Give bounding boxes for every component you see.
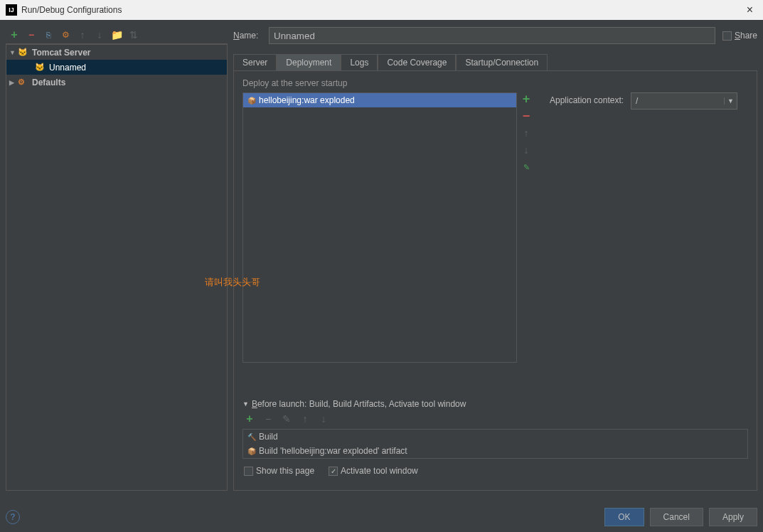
tomcat-icon: 🐱 — [35, 63, 46, 72]
bl-remove-icon: − — [262, 413, 274, 425]
context-label: Application context: — [550, 92, 624, 105]
artifact-icon: 📦 — [247, 447, 259, 455]
config-editor: NName:ame: Share Server Deployment Logs … — [233, 26, 757, 491]
defaults-icon: ⚙ — [18, 78, 29, 87]
artifact-add-icon[interactable]: + — [520, 92, 533, 105]
name-label: NName:ame: — [233, 31, 262, 41]
show-page-checkbox[interactable]: Show this page — [244, 466, 314, 476]
bl-item-label: Build — [259, 432, 278, 442]
bl-down-icon: ↓ — [318, 413, 329, 425]
tab-deployment[interactable]: Deployment — [277, 54, 341, 70]
copy-icon[interactable]: ⎘ — [43, 29, 54, 41]
ok-button[interactable]: OK — [604, 508, 644, 526]
activate-window-checkbox[interactable]: Activate tool window — [329, 466, 418, 476]
artifact-list[interactable]: 📦 hellobeijing:war exploded — [242, 92, 517, 363]
tree-item-unnamed[interactable]: 🐱 Unnamed — [6, 60, 227, 75]
close-icon[interactable]: × — [742, 4, 757, 16]
checkbox-icon[interactable] — [329, 467, 338, 476]
watermark: 请叫我头头哥 — [205, 276, 260, 289]
artifact-item[interactable]: 📦 hellobeijing:war exploded — [243, 93, 516, 107]
add-icon[interactable]: + — [9, 29, 20, 41]
cancel-button[interactable]: Cancel — [650, 508, 703, 526]
up-icon: ↑ — [77, 29, 88, 41]
window-title: Run/Debug Configurations — [21, 5, 122, 15]
bl-up-icon: ↑ — [299, 413, 311, 425]
bl-add-icon[interactable]: + — [244, 413, 255, 425]
collapse-icon[interactable]: ⇅ — [128, 29, 139, 41]
artifact-remove-icon[interactable]: − — [520, 110, 533, 122]
down-icon: ↓ — [94, 29, 105, 41]
bl-item-label: Build 'hellobeijing:war exploded' artifa… — [259, 446, 407, 456]
apply-button[interactable]: Apply — [709, 508, 757, 526]
deploy-label: Deploy at the server startup — [242, 78, 748, 88]
tree-item-defaults[interactable]: ▶ ⚙ Defaults — [6, 75, 227, 90]
name-input[interactable] — [269, 27, 715, 44]
tab-startup[interactable]: Startup/Connection — [456, 54, 548, 70]
tab-logs[interactable]: Logs — [341, 54, 378, 70]
artifact-up-icon: ↑ — [520, 127, 533, 139]
config-tree-panel: + − ⎘ ⚙ ↑ ↓ 📁 ⇅ ▼ 🐱 Tomcat Server 🐱 Unna… — [6, 26, 228, 491]
checkbox-icon[interactable] — [722, 31, 732, 41]
chevron-down-icon: ▼ — [242, 400, 249, 408]
tree-label: Defaults — [32, 78, 65, 87]
tree-label: Unnamed — [49, 63, 86, 73]
before-launch-list[interactable]: 🔨 Build 📦 Build 'hellobeijing:war explod… — [242, 429, 748, 459]
chevron-down-icon: ▼ — [724, 97, 737, 105]
context-value: / — [631, 96, 724, 106]
tree-item-tomcat[interactable]: ▼ 🐱 Tomcat Server — [6, 45, 227, 60]
before-launch-header[interactable]: ▼ BBefore launch: Build, Build Artifacts… — [242, 399, 748, 409]
artifact-icon: 📦 — [247, 97, 259, 105]
artifact-name: hellobeijing:war exploded — [259, 95, 355, 105]
bl-item-artifact[interactable]: 📦 Build 'hellobeijing:war exploded' arti… — [243, 444, 747, 458]
chevron-down-icon: ▼ — [9, 49, 18, 56]
tomcat-icon: 🐱 — [18, 48, 29, 57]
context-select[interactable]: / ▼ — [631, 92, 737, 110]
tab-server[interactable]: Server — [233, 54, 277, 70]
settings-icon[interactable]: ⚙ — [60, 29, 71, 41]
chevron-right-icon: ▶ — [9, 79, 18, 86]
tab-bar: Server Deployment Logs Code Coverage Sta… — [233, 54, 757, 70]
folder-icon[interactable]: 📁 — [111, 29, 122, 41]
tree-label: Tomcat Server — [32, 48, 90, 58]
artifact-edit-icon[interactable]: ✎ — [520, 161, 533, 174]
checkbox-icon[interactable] — [244, 467, 253, 476]
share-checkbox[interactable]: Share — [722, 31, 757, 41]
help-icon[interactable]: ? — [6, 510, 20, 524]
tab-code-coverage[interactable]: Code Coverage — [378, 54, 456, 70]
intellij-icon: IJ — [6, 4, 17, 16]
remove-icon[interactable]: − — [26, 29, 37, 41]
hammer-icon: 🔨 — [247, 433, 259, 441]
bl-item-build[interactable]: 🔨 Build — [243, 430, 747, 444]
config-tree[interactable]: ▼ 🐱 Tomcat Server 🐱 Unnamed ▶ ⚙ Defaults — [6, 44, 228, 491]
artifact-down-icon: ↓ — [520, 144, 533, 156]
bl-edit-icon: ✎ — [281, 413, 292, 425]
title-bar: IJ Run/Debug Configurations × — [0, 0, 763, 20]
tree-toolbar: + − ⎘ ⚙ ↑ ↓ 📁 ⇅ — [6, 26, 228, 44]
